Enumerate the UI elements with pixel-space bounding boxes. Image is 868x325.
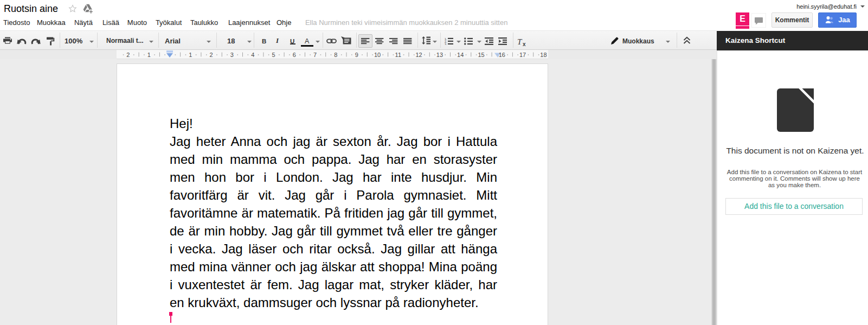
svg-text:3: 3	[230, 52, 234, 58]
svg-text:3.: 3.	[445, 43, 447, 46]
svg-text:18: 18	[540, 52, 546, 58]
svg-text:17: 17	[519, 52, 526, 58]
svg-text:6: 6	[293, 52, 296, 58]
svg-text:12: 12	[415, 52, 422, 58]
svg-text:5: 5	[272, 52, 275, 58]
svg-text:11: 11	[395, 52, 401, 58]
svg-text:7: 7	[313, 52, 317, 58]
svg-text:15: 15	[478, 52, 484, 58]
svg-text:1: 1	[189, 52, 192, 58]
svg-text:T: T	[517, 37, 523, 46]
svg-text:1: 1	[147, 52, 151, 58]
svg-text:13: 13	[436, 52, 443, 58]
svg-text:10: 10	[374, 52, 381, 58]
svg-text:8: 8	[334, 52, 337, 58]
svg-text:2: 2	[210, 52, 213, 58]
svg-text:2: 2	[126, 52, 130, 58]
svg-text:14: 14	[457, 52, 464, 58]
svg-text:4: 4	[251, 52, 254, 58]
svg-text:9: 9	[355, 52, 358, 58]
svg-text:16: 16	[499, 52, 505, 58]
svg-text:x: x	[523, 41, 526, 47]
